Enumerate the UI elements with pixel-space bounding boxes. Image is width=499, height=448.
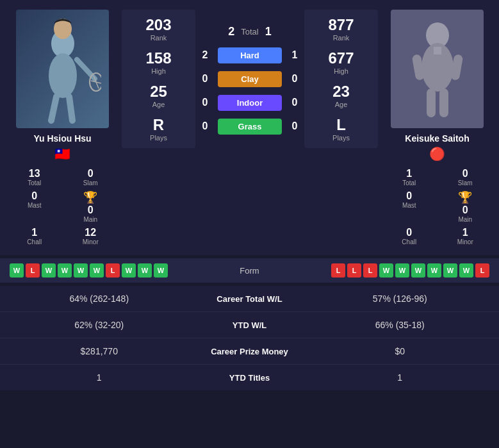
grass-score-right: 0 — [288, 120, 301, 132]
svg-rect-13 — [439, 88, 448, 117]
form-badges-left: WLWWWWLWWW — [10, 263, 211, 278]
player-left: Yu Hsiou Hsu 🇹🇼 13 Total 0 Slam 0 Mast 🏆 — [6, 10, 119, 245]
right-total: 1 Total — [384, 168, 434, 187]
players-section: Yu Hsiou Hsu 🇹🇼 13 Total 0 Slam 0 Mast 🏆 — [0, 0, 499, 255]
court-section: 2 Total 1 2 Hard 1 0 Clay 0 — [199, 20, 301, 138]
left-stats-panel: 203 Rank 158 High 25 Age R Plays — [122, 10, 195, 148]
hard-score-right: 1 — [288, 49, 301, 61]
form-badges-right: LLLWWWWWWL — [288, 263, 490, 278]
middle-section: 203 Rank 158 High 25 Age R Plays — [122, 10, 378, 245]
form-badge-left: W — [10, 263, 24, 278]
hard-row: 2 Hard 1 — [199, 44, 301, 67]
player-left-photo — [16, 10, 109, 128]
stats-right-value: $0 — [314, 346, 487, 356]
stats-center-label: Career Prize Money — [186, 347, 314, 356]
total-row: 2 Total 1 — [199, 20, 301, 44]
form-badge-right: W — [443, 263, 457, 278]
left-total: 13 Total — [10, 168, 60, 187]
clay-score-right: 0 — [288, 73, 301, 85]
form-badge-left: L — [106, 263, 120, 278]
player-left-flag: 🇹🇼 — [54, 146, 70, 162]
form-badge-left: W — [138, 263, 152, 278]
form-badge-right: L — [363, 263, 377, 278]
player-left-name: Yu Hsiou Hsu — [33, 133, 91, 144]
right-chall: 0 Chall — [384, 227, 434, 245]
stats-table: 64% (262-148)Career Total W/L57% (126-96… — [0, 286, 499, 390]
total-score-right: 1 — [265, 25, 272, 38]
stats-left-value: 64% (262-148) — [13, 294, 186, 304]
stats-row: 62% (32-20)YTD W/L66% (35-18) — [0, 312, 499, 338]
left-main: 🏆 0 Main — [66, 190, 116, 223]
form-badge-right: L — [347, 263, 361, 278]
form-section: WLWWWWLWWW Form LLLWWWWWWL — [0, 258, 499, 283]
right-main: 🏆 0 Main — [441, 190, 491, 223]
left-minor: 12 Minor — [66, 227, 116, 245]
stats-center-label: YTD Titles — [186, 373, 314, 383]
stats-row: 64% (262-148)Career Total W/L57% (126-96… — [0, 286, 499, 312]
right-stats-panel: 877 Rank 677 High 23 Age L Plays — [304, 10, 378, 148]
svg-rect-11 — [434, 47, 441, 54]
match-court-section: 203 Rank 158 High 25 Age R Plays — [122, 10, 378, 148]
stats-row: $281,770Career Prize Money$0 — [0, 338, 499, 365]
right-minor: 1 Minor — [441, 227, 491, 245]
player-right-photo — [391, 10, 484, 128]
player-right-image — [402, 19, 473, 119]
indoor-score-right: 0 — [288, 97, 301, 108]
hard-score-left: 2 — [199, 49, 211, 61]
player-right-stats: 1 Total 0 Slam 0 Mast 🏆 0 Main 0 — [381, 168, 493, 245]
grass-score-left: 0 — [199, 120, 211, 132]
right-rank-block: 877 Rank — [328, 16, 354, 42]
right-slam: 0 Slam — [441, 168, 491, 187]
player-right: Keisuke Saitoh 🔴 1 Total 0 Slam 0 Mast 🏆… — [381, 10, 493, 245]
svg-line-7 — [51, 97, 56, 120]
indoor-row: 0 Indoor 0 — [199, 91, 301, 115]
stats-left-value: 1 — [13, 372, 186, 383]
stats-right-value: 66% (35-18) — [314, 320, 487, 330]
left-rank-block: 203 Rank — [145, 16, 171, 42]
stats-right-value: 57% (126-96) — [314, 294, 487, 304]
left-plays-block: R Plays — [150, 116, 167, 142]
right-high-block: 677 High — [328, 49, 354, 75]
player-left-stats: 13 Total 0 Slam 0 Mast 🏆 0 Main 1 — [6, 168, 119, 245]
grass-button[interactable]: Grass — [218, 119, 282, 135]
grass-row: 0 Grass 0 — [199, 115, 301, 138]
right-age-block: 23 Age — [332, 83, 350, 108]
form-label: Form — [211, 266, 288, 276]
player-right-name: Keisuke Saitoh — [405, 133, 469, 144]
form-badge-left: W — [154, 263, 168, 278]
svg-line-8 — [69, 97, 72, 120]
form-badge-left: W — [42, 263, 56, 278]
form-badge-right: W — [395, 263, 409, 278]
clay-row: 0 Clay 0 — [199, 67, 301, 91]
clay-button[interactable]: Clay — [218, 71, 282, 87]
left-chall: 1 Chall — [10, 227, 60, 245]
stats-left-value: $281,770 — [13, 346, 186, 356]
form-badge-left: W — [122, 263, 136, 278]
form-badge-left: W — [90, 263, 104, 278]
right-plays-block: L Plays — [332, 116, 350, 142]
left-high-block: 158 High — [145, 49, 171, 75]
right-trophy-icon: 🏆 — [458, 190, 472, 204]
form-badge-right: W — [379, 263, 393, 278]
form-badge-right: W — [427, 263, 441, 278]
left-mast: 0 Mast — [10, 190, 60, 223]
hard-button[interactable]: Hard — [218, 47, 282, 63]
total-label: Total — [241, 27, 258, 37]
form-badge-right: L — [331, 263, 345, 278]
indoor-score-left: 0 — [199, 97, 211, 108]
stats-center-label: Career Total W/L — [186, 294, 314, 304]
total-score-left: 2 — [228, 25, 234, 38]
stats-row: 1YTD Titles1 — [0, 365, 499, 390]
left-trophy-icon: 🏆 — [83, 190, 97, 204]
stats-left-value: 62% (32-20) — [13, 320, 186, 330]
form-badge-right: W — [459, 263, 473, 278]
left-slam: 0 Slam — [66, 168, 116, 187]
player-right-flag: 🔴 — [429, 146, 445, 162]
clay-score-left: 0 — [199, 73, 211, 85]
form-badge-left: W — [74, 263, 88, 278]
stats-right-value: 1 — [314, 372, 487, 383]
svg-point-1 — [49, 53, 77, 98]
indoor-button[interactable]: Indoor — [218, 95, 282, 111]
right-mast: 0 Mast — [384, 190, 434, 223]
form-badge-right: W — [411, 263, 425, 278]
